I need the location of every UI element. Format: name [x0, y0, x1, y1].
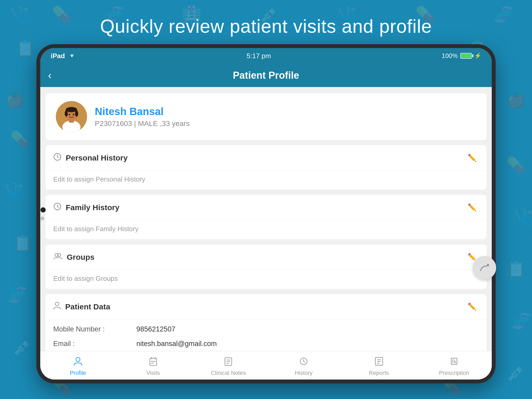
profile-tab-label: Profile — [70, 370, 86, 376]
patient-data-rows: Mobile Number : 9856212507 Email : nites… — [45, 320, 487, 351]
tab-profile[interactable]: Profile — [40, 351, 116, 380]
personal-history-card: Personal History ✏️ Edit to assign Perso… — [45, 145, 487, 190]
personal-history-edit-button[interactable]: ✏️ — [466, 151, 479, 164]
avatar — [56, 101, 87, 132]
nav-title: Patient Profile — [233, 70, 299, 81]
page-heading: Quickly review patient visits and profil… — [0, 0, 532, 37]
groups-placeholder: Edit to assign Groups — [45, 270, 487, 289]
patient-data-card: Patient Data ✏️ Mobile Number : 98562125… — [45, 294, 487, 351]
nav-bar: ‹ Patient Profile — [40, 64, 492, 87]
personal-history-header: Personal History ✏️ — [45, 145, 487, 171]
status-bar: iPad 5:17 pm 100% ⚡ — [40, 48, 492, 64]
tab-bar: Profile Visits — [40, 351, 492, 380]
personal-history-label: Personal History — [66, 154, 128, 162]
device-name: iPad — [51, 52, 65, 60]
groups-card: Groups ✏️ Edit to assign Groups — [45, 244, 487, 289]
clinical-notes-tab-label: Clinical Notes — [211, 370, 246, 376]
visits-tab-icon — [149, 357, 158, 368]
patient-data-row: Email : nitesh.bansal@gmail.com — [53, 337, 479, 351]
reports-tab-label: Reports — [369, 370, 389, 376]
patient-data-icon — [53, 302, 61, 312]
patient-info: Nitesh Bansal P23071603 | MALE ,33 years — [95, 106, 476, 128]
ipad-screen: iPad 5:17 pm 100% ⚡ ‹ — [40, 48, 492, 380]
family-history-placeholder: Edit to assign Family History — [45, 220, 487, 239]
scroll-dot-2 — [41, 217, 44, 220]
family-history-label: Family History — [66, 203, 119, 212]
scroll-indicator — [41, 207, 46, 220]
scroll-dot-1 — [41, 207, 46, 212]
patient-data-label: Patient Data — [65, 302, 110, 311]
history-clock-icon — [53, 153, 62, 163]
ipad-frame: iPad 5:17 pm 100% ⚡ ‹ — [36, 44, 496, 383]
tab-clinical-notes[interactable]: Clinical Notes — [191, 351, 266, 380]
prescription-tab-icon: ℞ — [450, 357, 458, 368]
svg-point-14 — [76, 357, 80, 362]
prescription-tab-label: Prescription — [439, 370, 469, 376]
fab-button[interactable] — [473, 256, 496, 280]
svg-point-5 — [65, 110, 68, 117]
reports-tab-icon — [375, 357, 383, 368]
svg-point-7 — [69, 114, 70, 115]
groups-title: Groups — [53, 252, 95, 262]
patient-name: Nitesh Bansal — [95, 106, 476, 117]
patient-data-row: Mobile Number : 9856212507 — [53, 322, 479, 337]
personal-history-title: Personal History — [53, 153, 128, 163]
tab-prescription[interactable]: ℞ Prescription — [416, 351, 492, 380]
patient-data-edit-button[interactable]: ✏️ — [466, 300, 479, 313]
svg-point-6 — [75, 110, 78, 117]
tab-reports[interactable]: Reports — [341, 351, 417, 380]
family-history-edit-button[interactable]: ✏️ — [466, 201, 479, 214]
status-time: 5:17 pm — [247, 52, 271, 60]
patient-header-card: Nitesh Bansal P23071603 | MALE ,33 years — [45, 93, 487, 140]
content-area: Nitesh Bansal P23071603 | MALE ,33 years — [40, 87, 492, 351]
wifi-icon — [68, 52, 76, 60]
family-history-card: Family History ✏️ Edit to assign Family … — [45, 195, 487, 239]
battery-icon — [460, 53, 472, 59]
back-button[interactable]: ‹ — [48, 67, 57, 84]
svg-text:℞: ℞ — [452, 359, 457, 364]
history-tab-icon — [299, 357, 308, 368]
data-value: nitesh.bansal@gmail.com — [136, 340, 217, 348]
battery-pct: 100% — [442, 52, 458, 59]
history-tab-label: History — [295, 370, 312, 376]
status-left: iPad — [51, 52, 76, 60]
groups-header: Groups ✏️ — [45, 244, 487, 270]
groups-icon — [53, 252, 63, 262]
bolt-icon: ⚡ — [474, 52, 481, 59]
clinical-notes-tab-icon — [224, 357, 233, 368]
patient-meta: P23071603 | MALE ,33 years — [95, 119, 476, 128]
family-history-title: Family History — [53, 202, 119, 212]
patient-data-title: Patient Data — [53, 302, 110, 312]
tab-visits[interactable]: Visits — [116, 351, 191, 380]
tab-history[interactable]: History — [266, 351, 341, 380]
svg-point-8 — [73, 114, 74, 115]
patient-data-header: Patient Data ✏️ — [45, 294, 487, 320]
data-label: Mobile Number : — [53, 325, 136, 333]
data-label: Email : — [53, 340, 136, 348]
svg-point-4 — [66, 107, 77, 112]
svg-rect-15 — [150, 358, 157, 365]
personal-history-placeholder: Edit to assign Personal History — [45, 171, 487, 190]
family-history-header: Family History ✏️ — [45, 195, 487, 220]
profile-tab-icon — [74, 357, 82, 368]
visits-tab-label: Visits — [146, 370, 160, 376]
groups-label: Groups — [67, 253, 95, 262]
data-value: 9856212507 — [136, 325, 175, 333]
svg-point-13 — [55, 302, 59, 306]
family-clock-icon — [53, 202, 62, 212]
status-right: 100% ⚡ — [442, 52, 481, 59]
